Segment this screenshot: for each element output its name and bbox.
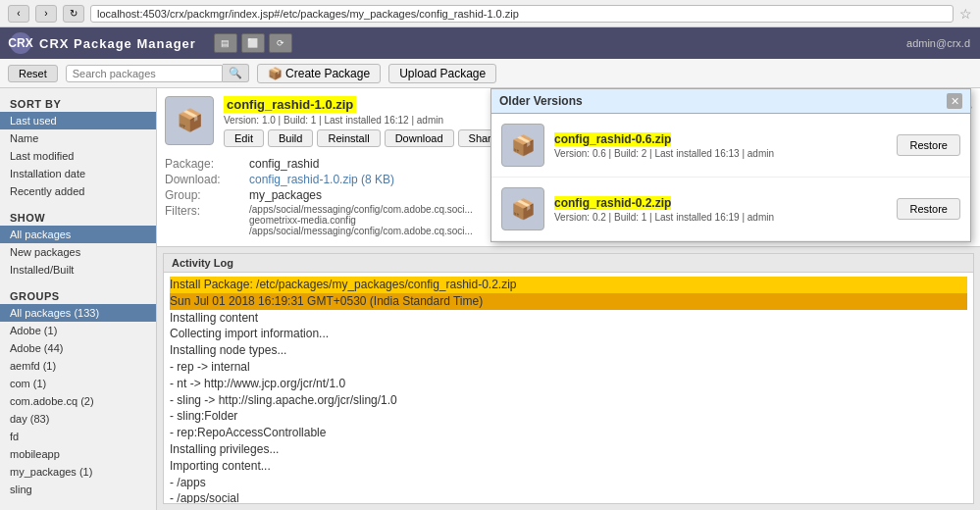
sidebar-item-new-packages[interactable]: New packages [0, 243, 156, 261]
header-icon-3[interactable]: ⟳ [269, 33, 292, 53]
sidebar-item-all-packages[interactable]: All packages [0, 226, 156, 243]
sidebar-item-last-modified[interactable]: Last modified [0, 147, 156, 165]
sidebar-item-group-adobe44[interactable]: Adobe (44) [0, 339, 156, 357]
search-input[interactable] [66, 65, 223, 82]
pkg-label-group: Group: [165, 188, 243, 202]
header-icon-group: ▤ ⬜ ⟳ [214, 33, 292, 53]
create-package-button[interactable]: 📦 Create Package [257, 64, 381, 83]
app-logo: CRX [10, 32, 31, 54]
older-version-item-1: 📦 config_rashid-0.2.zip Version: 0.2 | B… [491, 178, 970, 241]
sidebar-item-group-sling[interactable]: sling [0, 481, 156, 498]
reinstall-button[interactable]: Reinstall [317, 129, 380, 147]
older-version-item-0: 📦 config_rashid-0.6.zip Version: 0.6 | B… [491, 114, 970, 178]
log-highlight-line2: Sun Jul 01 2018 16:19:31 GMT+0530 (India… [170, 293, 967, 310]
create-pkg-icon: 📦 [268, 67, 285, 80]
ov-name-0: config_rashid-0.6.zip [554, 132, 671, 146]
pkg-label-download: Download: [165, 173, 243, 186]
show-title: Show [0, 208, 156, 226]
pkg-download-link[interactable]: config_rashid-1.0.zip (8 KB) [249, 173, 394, 186]
content-area: 📦 config_rashid-1.0.zip 📋 Share | 8 KB V… [157, 88, 980, 510]
log-line-6: - sling:Folder [170, 409, 237, 423]
log-line-0: Installing content [170, 311, 258, 325]
ov-pkg-icon-0: 📦 [501, 124, 544, 167]
sidebar-item-group-my-packages[interactable]: my_packages (1) [0, 463, 156, 481]
log-line-11: - /apps/social [170, 491, 239, 503]
older-versions-header: Older Versions ✕ [491, 89, 970, 114]
reset-button[interactable]: Reset [8, 65, 58, 82]
sidebar: Sort by Last used Name Last modified Ins… [0, 88, 157, 510]
ov-meta-1: Version: 0.2 | Build: 1 | Last installed… [554, 212, 887, 223]
sidebar-item-last-used[interactable]: Last used [0, 112, 156, 129]
url-bar[interactable] [90, 5, 954, 23]
ov-pkg-icon-1: 📦 [501, 187, 544, 230]
log-line-9: Importing content... [170, 459, 271, 473]
edit-button[interactable]: Edit [224, 129, 264, 147]
reload-button[interactable]: ↻ [63, 5, 84, 23]
ov-info-0: config_rashid-0.6.zip Version: 0.6 | Bui… [554, 132, 887, 159]
sidebar-item-group-day[interactable]: day (83) [0, 410, 156, 428]
log-line-5: - sling -> http://sling.apache.org/jcr/s… [170, 393, 397, 407]
app-header: CRX CRX Package Manager ▤ ⬜ ⟳ admin@crx.… [0, 27, 980, 59]
bookmark-icon[interactable]: ☆ [959, 6, 972, 22]
sidebar-item-group-fd[interactable]: fd [0, 428, 156, 445]
log-line-10: - /apps [170, 476, 206, 489]
pkg-value-filters: /apps/social/messaging/config/com.adobe.… [249, 204, 473, 236]
log-line-2: Installing node types... [170, 343, 286, 357]
ov-restore-button-0[interactable]: Restore [897, 134, 960, 156]
header-icon-2[interactable]: ⬜ [241, 33, 265, 53]
header-icon-1[interactable]: ▤ [214, 33, 237, 53]
ov-meta-0: Version: 0.6 | Build: 2 | Last installed… [554, 148, 887, 159]
sidebar-item-installed-built[interactable]: Installed/Built [0, 261, 156, 279]
log-line-8: Installing privileges... [170, 442, 279, 456]
upload-package-button[interactable]: Upload Package [388, 64, 496, 83]
log-line-7: - rep:RepoAccessControllable [170, 426, 326, 439]
search-group: 🔍 [66, 64, 249, 82]
sidebar-item-group-com[interactable]: com (1) [0, 375, 156, 392]
sidebar-item-group-mobileapp[interactable]: mobileapp [0, 445, 156, 463]
package-name: config_rashid-1.0.zip [224, 96, 356, 113]
older-versions-title: Older Versions [499, 94, 583, 108]
older-versions-close-button[interactable]: ✕ [947, 93, 962, 109]
activity-log-title: Activity Log [164, 254, 973, 273]
search-button[interactable]: 🔍 [223, 64, 249, 82]
build-button[interactable]: Build [268, 129, 313, 147]
pkg-label-filters: Filters: [165, 204, 243, 236]
pkg-value-group: my_packages [249, 188, 322, 202]
log-highlight-line: Install Package: /etc/packages/my_packag… [170, 277, 967, 293]
back-button[interactable]: ‹ [8, 5, 29, 23]
toolbar: Reset 🔍 📦 Create Package Upload Package [0, 59, 980, 88]
download-button[interactable]: Download [385, 129, 454, 147]
activity-log: Activity Log Install Package: /etc/packa… [163, 253, 974, 504]
app-title: CRX Package Manager [39, 36, 196, 51]
log-line-4: - nt -> http://www.jcp.org/jcr/nt/1.0 [170, 377, 345, 390]
ov-name-1: config_rashid-0.2.zip [554, 196, 671, 210]
sidebar-item-name[interactable]: Name [0, 129, 156, 147]
older-versions-panel: Older Versions ✕ 📦 config_rashid-0.6.zip… [490, 88, 971, 242]
forward-button[interactable]: › [35, 5, 57, 23]
admin-text: admin@crx.d [906, 37, 970, 49]
log-line-1: Collecting import information... [170, 327, 329, 340]
sort-by-title: Sort by [0, 94, 156, 112]
activity-log-content[interactable]: Install Package: /etc/packages/my_packag… [164, 273, 973, 503]
sidebar-item-group-aemfd[interactable]: aemfd (1) [0, 357, 156, 375]
pkg-value-package: config_rashid [249, 157, 319, 171]
sidebar-item-recently-added[interactable]: Recently added [0, 182, 156, 200]
sidebar-item-installation-date[interactable]: Installation date [0, 165, 156, 182]
log-line-3: - rep -> internal [170, 360, 250, 374]
main-layout: Sort by Last used Name Last modified Ins… [0, 88, 980, 510]
ov-restore-button-1[interactable]: Restore [897, 198, 960, 220]
sidebar-item-group-adobe1[interactable]: Adobe (1) [0, 322, 156, 339]
ov-info-1: config_rashid-0.2.zip Version: 0.2 | Bui… [554, 196, 887, 223]
sidebar-item-group-com-adobe[interactable]: com.adobe.cq (2) [0, 392, 156, 410]
groups-title: Groups [0, 286, 156, 304]
browser-bar: ‹ › ↻ ☆ [0, 0, 980, 27]
pkg-label-package: Package: [165, 157, 243, 171]
package-icon: 📦 [165, 96, 214, 145]
sidebar-item-group-all[interactable]: All packages (133) [0, 304, 156, 322]
